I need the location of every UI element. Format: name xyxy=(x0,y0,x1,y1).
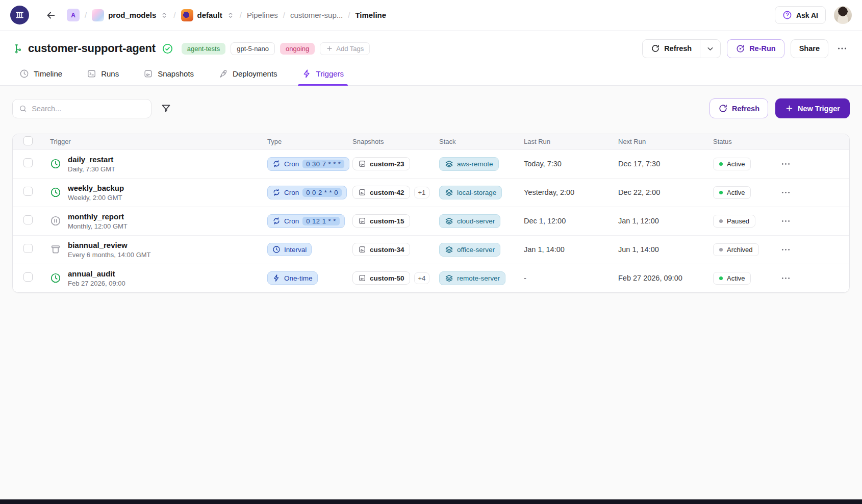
more-actions-button[interactable] xyxy=(834,41,850,56)
trigger-name[interactable]: annual_audit xyxy=(68,269,125,278)
archive-icon xyxy=(50,244,61,255)
avatar[interactable] xyxy=(834,6,852,24)
ask-ai-button[interactable]: Ask AI xyxy=(775,6,826,24)
table-row[interactable]: biannual_review Every 6 months, 14:00 GM… xyxy=(13,235,849,264)
trigger-name[interactable]: weekly_backup xyxy=(68,184,124,192)
table-row[interactable]: daily_restart Daily, 7:30 GMT Cron 0 30 … xyxy=(13,149,849,178)
cron-expression: 0 0 2 * * 0 xyxy=(302,188,342,197)
triggers-table: Trigger Type Snapshots Stack Last Run Ne… xyxy=(12,134,850,293)
row-checkbox[interactable] xyxy=(23,244,33,253)
snapshot-name: custom-42 xyxy=(370,189,404,196)
row-actions-button[interactable] xyxy=(778,185,793,200)
tab-runs[interactable]: Runs xyxy=(86,63,120,85)
table-row[interactable]: monthly_report Monthly, 12:00 GMT Cron 0… xyxy=(13,207,849,235)
stack-badge[interactable]: office-server xyxy=(439,243,500,257)
status-badge: Active xyxy=(713,272,751,285)
rerun-button[interactable]: Re-Run xyxy=(727,39,784,58)
new-trigger-button[interactable]: New Trigger xyxy=(775,98,850,118)
search-icon xyxy=(19,104,27,113)
refresh-button[interactable]: Refresh xyxy=(643,40,700,58)
row-actions-button[interactable] xyxy=(778,214,793,229)
plus-icon xyxy=(785,104,794,113)
share-button[interactable]: Share xyxy=(791,39,828,58)
snapshot-icon xyxy=(358,274,366,282)
stack-badge[interactable]: aws-remote xyxy=(439,157,499,171)
stack-name: aws-remote xyxy=(457,160,493,168)
row-checkbox[interactable] xyxy=(23,158,33,167)
breadcrumb-separator: / xyxy=(283,11,285,19)
tab-snapshots[interactable]: Snapshots xyxy=(142,63,195,85)
status-dot xyxy=(719,191,723,194)
stack-badge[interactable]: cloud-server xyxy=(439,214,500,228)
breadcrumb-separator: / xyxy=(173,11,175,19)
clock-icon xyxy=(50,272,61,284)
chevrons-up-down-icon[interactable] xyxy=(226,11,235,19)
trigger-name[interactable]: biannual_review xyxy=(68,241,151,249)
breadcrumb-pipelines[interactable]: Pipelines xyxy=(247,11,278,19)
stack-badge[interactable]: local-storage xyxy=(439,186,502,199)
status-dot xyxy=(719,248,723,251)
snapshot-extra-badge[interactable]: +1 xyxy=(414,187,430,198)
trigger-name[interactable]: monthly_report xyxy=(68,212,128,221)
add-tags-button[interactable]: Add Tags xyxy=(320,42,370,55)
snapshot-badge[interactable]: custom-34 xyxy=(352,243,410,256)
row-checkbox[interactable] xyxy=(23,215,33,224)
next-run: Jun 1, 14:00 xyxy=(618,235,713,264)
column-header: Type xyxy=(267,134,352,149)
layers-icon xyxy=(445,188,453,197)
status-dot xyxy=(719,219,723,223)
snapshot-badge[interactable]: custom-50 xyxy=(352,271,410,285)
snapshot-extra-badge[interactable]: +4 xyxy=(414,272,430,284)
environment-switcher[interactable]: default xyxy=(181,9,235,21)
stack-name: local-storage xyxy=(457,189,496,196)
back-arrow-icon[interactable] xyxy=(45,10,57,21)
tab-timeline[interactable]: Timeline xyxy=(18,63,63,85)
snapshot-icon xyxy=(358,245,366,254)
chevron-down-icon xyxy=(706,44,715,53)
row-checkbox[interactable] xyxy=(23,187,33,196)
refresh-dropdown-button[interactable] xyxy=(700,40,720,58)
breadcrumb-pipeline[interactable]: customer-sup... xyxy=(290,11,343,19)
project-name[interactable]: prod_models xyxy=(108,11,156,19)
tab-label: Triggers xyxy=(316,69,344,78)
snapshot-badge[interactable]: custom-15 xyxy=(352,214,410,228)
snapshot-badge[interactable]: custom-23 xyxy=(352,157,410,170)
tag[interactable]: agent-tests xyxy=(182,43,225,55)
table-row[interactable]: weekly_backup Weekly, 2:00 GMT Cron 0 0 … xyxy=(13,178,849,207)
row-actions-button[interactable] xyxy=(778,157,793,171)
row-actions-button[interactable] xyxy=(778,242,793,257)
refresh-list-button[interactable]: Refresh xyxy=(709,98,768,118)
filter-icon[interactable] xyxy=(161,103,171,114)
workspace-badge[interactable]: A xyxy=(67,9,80,21)
trigger-type-label: One-time xyxy=(284,274,313,282)
tab-label: Runs xyxy=(101,69,119,78)
snapshot-name: custom-50 xyxy=(370,274,404,282)
trigger-name[interactable]: daily_restart xyxy=(68,155,115,164)
row-checkbox[interactable] xyxy=(23,272,33,282)
trigger-schedule: Every 6 months, 14:00 GMT xyxy=(68,251,151,259)
clock-icon xyxy=(50,158,61,169)
app-logo-icon[interactable] xyxy=(10,6,29,24)
trigger-schedule: Daily, 7:30 GMT xyxy=(68,165,115,173)
environment-name[interactable]: default xyxy=(197,11,222,19)
search-input[interactable] xyxy=(32,105,145,113)
stack-badge[interactable]: remote-server xyxy=(439,271,505,285)
search-box xyxy=(12,99,151,118)
tag[interactable]: gpt-5-nano xyxy=(231,42,275,55)
table-row[interactable]: annual_audit Feb 27 2026, 09:00 One-time… xyxy=(13,264,849,292)
chevrons-up-down-icon[interactable] xyxy=(160,11,168,19)
project-switcher[interactable]: prod_models xyxy=(92,9,168,21)
clock-icon xyxy=(19,69,29,79)
clock-icon xyxy=(50,187,61,198)
table-header-row: Trigger Type Snapshots Stack Last Run Ne… xyxy=(13,134,849,149)
tab-triggers[interactable]: Triggers xyxy=(301,63,345,85)
status-badge: Active xyxy=(713,158,751,170)
snapshot-badge[interactable]: custom-42 xyxy=(352,186,410,199)
tab-deployments[interactable]: Deployments xyxy=(217,63,278,85)
tag[interactable]: ongoing xyxy=(280,43,315,55)
select-all-checkbox[interactable] xyxy=(23,136,33,145)
status-label: Active xyxy=(727,160,745,168)
last-run: Dec 1, 12:00 xyxy=(524,207,618,235)
trigger-type-label: Interval xyxy=(284,246,307,254)
row-actions-button[interactable] xyxy=(778,271,793,286)
